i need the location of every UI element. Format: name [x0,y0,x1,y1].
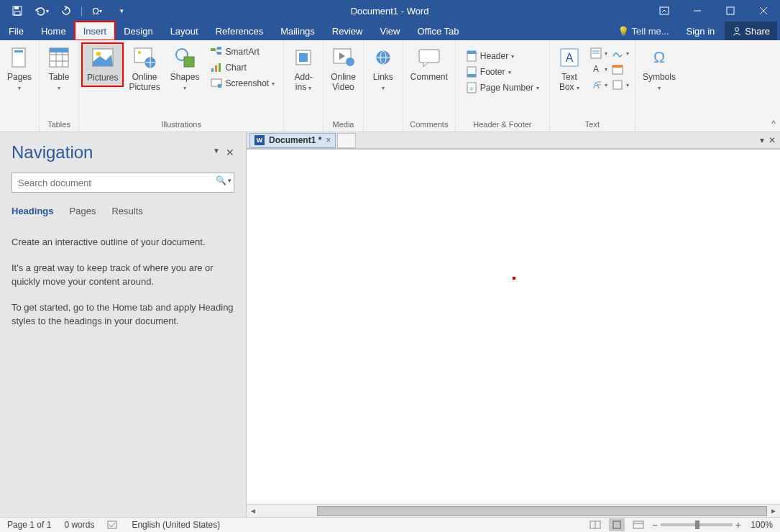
tab-design[interactable]: Design [115,22,161,40]
web-layout-button[interactable] [630,518,646,531]
screenshot-button[interactable]: Screenshot ▾ [208,76,277,91]
pages-label: Pages [7,72,32,82]
print-layout-button[interactable] [609,518,625,531]
signature-button[interactable]: ▾ [610,46,630,60]
online-pictures-label: Online Pictures [129,72,160,93]
drop-cap-button[interactable]: A▾ [589,78,609,92]
screenshot-icon [211,78,222,89]
svg-rect-62 [613,521,620,528]
symbols-button[interactable]: Ω Symbols▾ [638,43,680,96]
footer-icon [466,66,477,78]
header-button[interactable]: Header ▾ [463,49,542,63]
zoom-thumb[interactable] [695,520,699,529]
footer-button[interactable]: Footer ▾ [463,65,542,79]
nav-tab-headings[interactable]: Headings [12,206,54,216]
zoom-in-button[interactable]: + [735,519,741,531]
quick-parts-icon [590,47,602,59]
share-label: Share [745,26,770,37]
chart-button[interactable]: Chart [208,60,277,75]
tell-me[interactable]: 💡 Tell me... [610,26,676,37]
comments-group-label: Comments [406,119,452,130]
nav-tab-pages[interactable]: Pages [70,206,96,216]
document-page[interactable] [247,149,780,504]
illustrations-group-label: Illustrations [82,119,280,130]
object-button[interactable]: ▾ [610,78,630,92]
doctabs-dropdown[interactable]: ▾ [760,135,764,145]
tab-view[interactable]: View [371,22,408,40]
read-mode-button[interactable] [587,518,603,531]
smartart-button[interactable]: SmartArt [208,45,277,59]
page-number-icon: # [466,82,477,93]
tab-mailings[interactable]: Mailings [272,22,324,40]
title-bar: ▾ | Ω ▾ ▾ Document1 - Word [0,0,780,22]
svg-rect-59 [108,521,116,528]
new-doc-tab[interactable] [337,133,356,148]
search-button[interactable]: 🔍▾ [216,175,231,185]
svg-rect-63 [633,521,643,528]
online-pictures-icon [133,46,156,69]
doc-tab-close[interactable]: × [326,135,331,145]
nav-options-dropdown[interactable]: ▼ [213,147,220,158]
tab-layout[interactable]: Layout [162,22,207,40]
online-video-label: Online Video [331,72,356,93]
tab-file[interactable]: File [0,22,32,40]
collapse-ribbon[interactable]: ^ [771,119,776,129]
tab-insert[interactable]: Insert [75,22,116,40]
save-button[interactable] [7,3,27,19]
zoom-out-button[interactable]: − [652,519,658,531]
links-icon [372,46,395,69]
word-count[interactable]: 0 words [64,520,94,530]
scroll-right[interactable]: ► [767,507,780,515]
table-icon [47,46,70,69]
close-button[interactable] [747,0,780,22]
tab-review[interactable]: Review [324,22,372,40]
zoom-level[interactable]: 100% [744,520,773,530]
sign-in-button[interactable]: Sign in [679,22,722,40]
symbol-qat-button[interactable]: Ω ▾ [87,3,107,19]
tell-me-label: Tell me... [632,26,669,37]
search-icon: 🔍 [216,175,226,185]
svg-rect-26 [217,52,221,55]
links-button[interactable]: Links▾ [367,43,400,96]
nav-close-button[interactable]: ✕ [226,147,234,158]
tab-office[interactable]: Office Tab [408,22,467,40]
wordart-button[interactable]: A▾ [589,62,609,76]
comment-button[interactable]: Comment [406,43,452,85]
date-time-button[interactable] [610,62,625,76]
maximize-button[interactable] [714,0,747,22]
signature-icon [612,47,623,59]
language[interactable]: English (United States) [132,520,220,530]
pictures-button[interactable]: Pictures [82,43,123,86]
document-tab[interactable]: W Document1 * × [249,133,336,148]
cursor-marker [513,277,515,280]
online-pictures-button[interactable]: Online Pictures [124,43,164,96]
pages-button[interactable]: Pages▾ [3,43,36,96]
scroll-thumb[interactable] [317,506,767,516]
minimize-button[interactable] [681,0,714,22]
share-button[interactable]: Share [725,22,777,40]
quick-parts-button[interactable]: ▾ [589,46,609,60]
tab-references[interactable]: References [207,22,272,40]
addins-button[interactable]: Add- ins ▾ [287,43,320,96]
undo-button[interactable]: ▾ [32,3,52,19]
spell-check[interactable] [107,520,119,530]
redo-button[interactable] [56,3,76,19]
pictures-icon [91,47,114,70]
horizontal-scrollbar[interactable]: ◄ ► [247,504,780,517]
table-button[interactable]: Table▾ [42,43,75,96]
page-number-button[interactable]: #Page Number ▾ [463,81,542,95]
ribbon-display-options[interactable] [648,0,681,22]
nav-tab-results[interactable]: Results [111,206,142,216]
chart-label: Chart [225,63,246,73]
qat-customize[interactable]: ▾ [111,3,132,19]
tables-group-label: Tables [42,119,75,130]
search-document-input[interactable] [12,173,234,193]
scroll-left[interactable]: ◄ [247,507,260,515]
zoom-slider[interactable] [661,523,733,526]
text-box-button[interactable]: A Text Box ▾ [553,43,586,96]
page-count[interactable]: Page 1 of 1 [7,520,51,530]
tab-home[interactable]: Home [32,22,75,40]
doctabs-close[interactable]: ✕ [768,135,776,145]
shapes-button[interactable]: Shapes▾ [166,43,204,96]
online-video-button[interactable]: Online Video [326,43,360,96]
